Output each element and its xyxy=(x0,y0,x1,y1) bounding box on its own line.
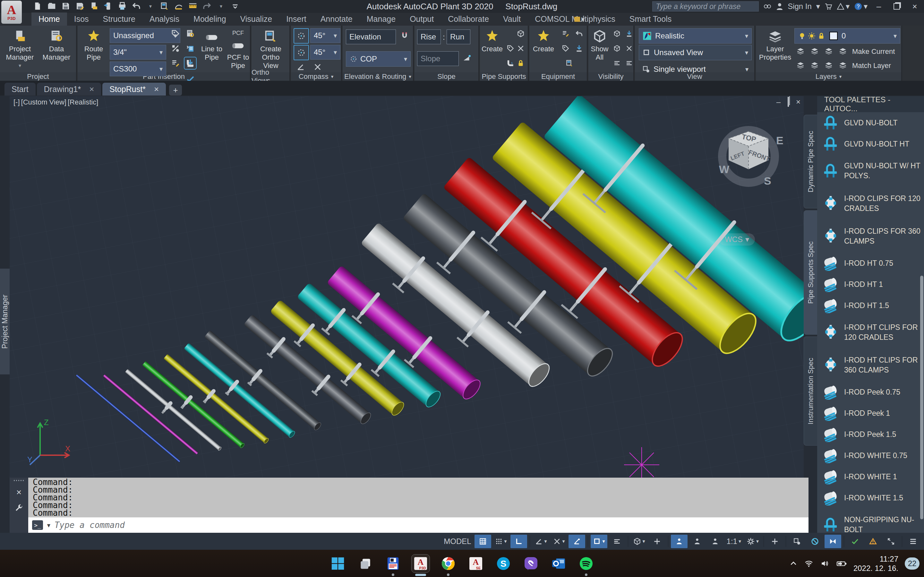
ribbon-display-toggle[interactable]: ▾ xyxy=(574,15,589,24)
palette-item-i-rod-white-1-5[interactable]: I-ROD WHITE 1.5 xyxy=(817,487,924,508)
status-annotation-scale[interactable]: 1:1▾ xyxy=(725,535,743,548)
qat-undo-icon[interactable] xyxy=(130,1,142,11)
support-elbow-icon[interactable] xyxy=(505,58,516,69)
status-polar-tracking[interactable]: ▾ xyxy=(533,535,549,548)
palette-item-non-gripping-nu-bolt[interactable]: NON-GRIPPING NU-BOLT xyxy=(817,508,924,533)
layer-properties-button[interactable]: Layer Properties xyxy=(758,29,792,61)
equipment-refresh-icon[interactable] xyxy=(573,28,585,39)
hide-unselected-icon[interactable] xyxy=(612,43,622,54)
ribbon-panel-label-ortho-views[interactable]: Ortho Views xyxy=(252,72,289,81)
create-ortho-view-button[interactable]: Create Ortho View xyxy=(254,29,288,70)
status-graphics-performance[interactable] xyxy=(865,535,881,548)
support-lock-icon[interactable] xyxy=(515,58,526,69)
layer-color-swatch[interactable] xyxy=(829,32,838,40)
palette-tab-instrumentation-spec[interactable]: Instrumentation Spec xyxy=(804,337,817,446)
file-tab-close-icon[interactable]: × xyxy=(89,84,94,94)
new-drawing-tab-button[interactable]: + xyxy=(169,85,182,95)
viewport-style-menu[interactable]: [Realistic] xyxy=(68,98,98,106)
ribbon-tab-modeling[interactable]: Modeling xyxy=(186,13,233,26)
restore-button[interactable] xyxy=(890,1,903,11)
size-dropdown[interactable]: 3/4"▾ xyxy=(110,45,166,60)
ribbon-tab-structure[interactable]: Structure xyxy=(96,13,142,26)
ribbon-panel-label-elevation-routing[interactable]: Elevation & Routing ▾ xyxy=(342,72,413,81)
tray-chevron-up-icon[interactable] xyxy=(789,559,798,568)
ribbon-tab-manage[interactable]: Manage xyxy=(360,13,403,26)
ribbon-tab-collaborate[interactable]: Collaborate xyxy=(441,13,496,26)
status-object-snap-tracking[interactable] xyxy=(569,535,585,548)
equipment-attach-icon[interactable] xyxy=(560,43,571,54)
qat-plot-icon[interactable] xyxy=(116,1,128,11)
spec-dropdown[interactable]: Unassigned▾ xyxy=(110,28,180,43)
command-history[interactable]: Command:Command:Command:Command:Command: xyxy=(28,478,809,517)
match-layer-button[interactable]: Match Layer xyxy=(852,61,891,70)
taskbar-viber-icon[interactable] xyxy=(522,554,540,572)
taskbar-clock[interactable]: 11:27 2022. 12. 16. xyxy=(853,554,898,573)
taskbar-autocad-se-icon[interactable]: ASE xyxy=(467,554,485,572)
project-manager-button[interactable]: Project Manager ▾ xyxy=(3,29,37,70)
palette-item-i-rod-ht-clips-for-120-cradles[interactable]: I-ROD HT CLIPS FOR 120 CRADLES xyxy=(817,316,924,349)
status-plant-3d-project[interactable] xyxy=(825,535,841,548)
cop-dropdown[interactable]: COP▾ xyxy=(346,51,411,67)
status-snap-mode[interactable]: ▾ xyxy=(493,535,509,548)
support-detach-icon[interactable] xyxy=(515,43,526,54)
status-grid-display[interactable] xyxy=(475,535,491,548)
status-annotation-autoscale[interactable] xyxy=(689,535,706,548)
compass-snap-icon[interactable] xyxy=(312,61,323,73)
status-object-snap[interactable]: ▾ xyxy=(591,535,607,548)
qat-redo-dropdown-icon[interactable]: ▾ xyxy=(215,1,227,11)
palette-item-i-rod-white-0-75[interactable]: I-ROD WHITE 0.75 xyxy=(817,445,924,466)
pipe-silver-small[interactable] xyxy=(120,366,224,457)
status-isolate-objects[interactable] xyxy=(806,535,823,548)
close-button[interactable]: × xyxy=(908,1,921,11)
qat-batch-plot-icon[interactable] xyxy=(158,1,171,11)
ribbon-tab-visualize[interactable]: Visualize xyxy=(233,13,279,26)
viewport-config-dropdown[interactable]: Single viewport▾ xyxy=(639,61,752,77)
status-ortho-mode[interactable] xyxy=(510,535,527,548)
ribbon-panel-label-equipment[interactable]: Equipment xyxy=(529,72,587,81)
user-icon[interactable] xyxy=(776,3,783,10)
taskbar-skype-icon[interactable]: S xyxy=(494,554,512,572)
palette-tab-dynamic-pipe-spec[interactable]: Dynamic Pipe Spec xyxy=(804,115,817,208)
taskbar-file-manager-icon[interactable] xyxy=(384,554,402,572)
layer-off-icon[interactable] xyxy=(795,45,806,56)
app-store-cart-icon[interactable] xyxy=(825,3,832,10)
file-tab-close-icon[interactable]: × xyxy=(154,84,159,94)
command-settings-wrench-icon[interactable] xyxy=(14,503,24,513)
taskbar-chrome-icon[interactable] xyxy=(439,554,457,572)
file-tab-start[interactable]: Start xyxy=(5,83,36,95)
slope-field[interactable]: Slope xyxy=(417,51,459,66)
palette-item-glvd-nu-bolt-w-ht-polys[interactable]: GLVD NU-BOLT W/ HT POLYS. xyxy=(817,155,924,187)
ribbon-panel-label-pipe-supports[interactable]: Pipe Supports xyxy=(480,72,528,81)
layer-unlock-icon[interactable] xyxy=(837,60,848,71)
battery-icon[interactable] xyxy=(836,559,847,568)
spec-viewer-icon[interactable] xyxy=(185,28,196,39)
file-tab-stoprust[interactable]: StopRust*× xyxy=(102,83,166,95)
search-input[interactable]: Type a keyword or phrase xyxy=(652,1,759,11)
compass-tick-icon[interactable] xyxy=(296,61,306,73)
sign-in-dropdown-icon[interactable]: ▾ xyxy=(816,2,820,11)
notification-count-badge[interactable]: 22 xyxy=(905,558,919,570)
status-selection-cycling[interactable]: ▾ xyxy=(631,535,648,548)
tool-palettes-scrollbar[interactable] xyxy=(920,276,923,519)
qat-redo-icon[interactable] xyxy=(201,1,213,11)
palette-item-i-rod-peek-0-75[interactable]: I-ROD Peek 0.75 xyxy=(817,382,924,403)
data-manager-button[interactable]: Data Manager xyxy=(39,29,74,61)
status-lineweight[interactable] xyxy=(609,535,625,548)
tag-icon[interactable] xyxy=(170,28,181,39)
help-icon[interactable]: ?▾ xyxy=(854,2,867,11)
taskbar-outlook-icon[interactable] xyxy=(549,554,567,572)
status-annotation-monitor[interactable] xyxy=(766,535,783,548)
ribbon-panel-label-layers[interactable]: Layers ▾ xyxy=(756,72,901,81)
command-input[interactable]: >_ ▾ Type a command xyxy=(28,517,809,533)
ribbon-tab-annotate[interactable]: Annotate xyxy=(313,13,360,26)
qat-protractor-icon[interactable] xyxy=(173,1,185,11)
viewport-controls-menu[interactable]: [-] xyxy=(13,98,20,106)
palette-tab-pipe-supports-spec[interactable]: Pipe Supports Spec xyxy=(804,210,817,335)
viewport-view-menu[interactable]: [Custom View] xyxy=(21,98,66,106)
assign-tag-icon[interactable] xyxy=(185,43,196,54)
application-menu-button[interactable]: A P3D xyxy=(1,1,22,24)
palette-item-i-rod-ht-0-75[interactable]: I-ROD HT 0.75 xyxy=(817,253,924,274)
elevation-field[interactable]: Elevation xyxy=(346,29,396,44)
status-workspace-switching[interactable]: ▾ xyxy=(744,535,761,548)
qat-customize-icon[interactable] xyxy=(229,1,241,11)
